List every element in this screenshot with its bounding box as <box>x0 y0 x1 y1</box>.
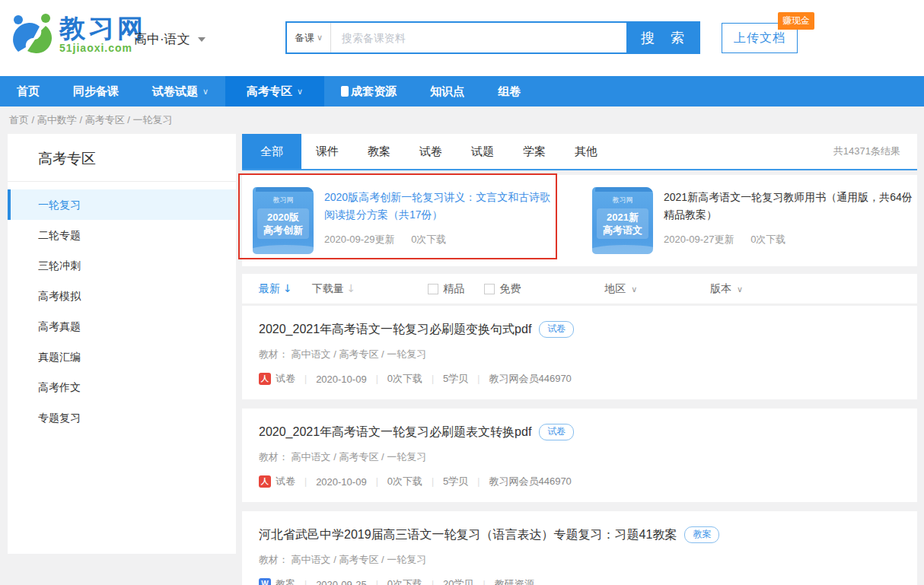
download-count: 0次下载 <box>411 234 446 245</box>
download-count: 0次下载 <box>387 372 422 386</box>
sidebar-item[interactable]: 高考作文 <box>8 372 236 402</box>
free-checkbox[interactable]: 免费 <box>484 282 521 296</box>
sort-downloads-link[interactable]: 下载量 ↓ <box>312 282 356 296</box>
sidebar-item[interactable]: 一轮复习 <box>8 189 236 220</box>
logo-brand-text: 教习网 <box>59 14 146 42</box>
chevron-down-icon: ∨ <box>297 87 303 97</box>
chevron-down-icon: ∨ <box>202 87 209 97</box>
result-item: 2020_2021年高考语文一轮复习必刷题变换句式pdf 试卷 教材： 高中语文… <box>242 306 917 399</box>
type-badge: 教案 <box>684 526 719 543</box>
nav-item[interactable]: 首页 ∨ <box>0 76 56 107</box>
sort-newest-link[interactable]: 最新 ↓ <box>259 282 292 296</box>
uploader[interactable]: 教习网会员446970 <box>489 372 571 386</box>
nav-item-label: 同步备课 <box>73 84 119 99</box>
version-dropdown[interactable]: 版本 ∨ <box>710 282 743 296</box>
search-input[interactable] <box>331 23 626 52</box>
result-item: 2020_2021年高考语文一轮复习必刷题表文转换pdf 试卷 教材： 高中语文… <box>242 409 917 502</box>
result-title[interactable]: 2020_2021年高考语文一轮复习必刷题变换句式pdf <box>259 322 531 338</box>
tab[interactable]: 试卷 <box>405 134 457 169</box>
nav-item[interactable]: 知识点 ∨ <box>413 76 481 107</box>
logo-domain-text: 51jiaoxi.com <box>59 42 146 54</box>
tab[interactable]: 课件 <box>301 134 353 169</box>
result-title[interactable]: 2020_2021年高考语文一轮复习必刷题表文转换pdf <box>259 424 531 440</box>
nav-item-label: 试卷试题 <box>152 84 198 99</box>
nav-item[interactable]: 高考专区 ∨ <box>225 76 324 107</box>
main-nav: 首页 ∨ 同步备课 ∨ 试卷试题 ∨ 高考专区 ∨ 成套资源 ∨ 知识点 ∨ 组… <box>0 76 924 107</box>
upload-date: 2020-10-09 <box>316 374 367 385</box>
sidebar-item[interactable]: 三轮冲刺 <box>8 250 236 281</box>
breadcrumb[interactable]: 首页 / 高中数学 / 高考专区 / 一轮复习 <box>0 107 924 134</box>
cover-brand-text: 教习网 <box>253 196 314 205</box>
search-scope-select[interactable]: 备课 ∨ <box>287 23 331 52</box>
uploader[interactable]: 教习网会员446970 <box>489 475 571 488</box>
search-button[interactable]: 搜 索 <box>626 23 699 52</box>
caret-down-icon <box>198 37 206 42</box>
tab[interactable]: 其他 <box>560 134 612 169</box>
file-type-label: 教案 <box>276 577 295 585</box>
price: 5学贝 <box>443 475 468 488</box>
nav-item[interactable]: 组卷 ∨ <box>481 76 537 107</box>
nav-item[interactable]: 成套资源 ∨ <box>324 76 413 107</box>
nav-item-label: 成套资源 <box>351 84 397 99</box>
download-count: 0次下载 <box>387 577 422 585</box>
checkbox-icon <box>428 284 438 294</box>
cover-brand-text: 教习网 <box>592 196 653 205</box>
chevron-down-icon: ∨ <box>737 285 743 294</box>
result-title[interactable]: 河北省武邑中学2019届高三语文一轮复习（语言表达）专题复习：习题41教案 <box>259 527 677 543</box>
file-type-icon <box>259 578 271 585</box>
featured-title[interactable]: 2020版高考创新一轮复习讲义：文言文和古诗歌阅读提分方案（共17份） <box>324 189 553 224</box>
suite-icon <box>341 86 349 97</box>
download-count: 0次下载 <box>387 475 422 488</box>
sidebar-item[interactable]: 真题汇编 <box>8 342 236 372</box>
sidebar: 高考专区 一轮复习 二轮专题 三轮冲刺 高考模拟 高考真题 真题汇编 高考作文 … <box>8 134 236 554</box>
download-count: 0次下载 <box>750 234 785 245</box>
featured-item[interactable]: 教习网 2021新 高考语文 2021新高考语文一轮复习教师用书（通用版，共64… <box>592 187 917 254</box>
featured-title[interactable]: 2021新高考语文一轮复习教师用书（通用版，共64份精品教案） <box>664 189 917 224</box>
search-bar: 备课 ∨ 搜 索 <box>285 21 700 54</box>
nav-item-label: 高考专区 <box>247 84 292 99</box>
result-count: 共14371条结果 <box>833 145 917 158</box>
nav-item[interactable]: 试卷试题 ∨ <box>135 76 225 107</box>
arrow-down-icon: ↓ <box>347 282 356 294</box>
book-cover: 教习网 2021新 高考语文 <box>592 187 653 254</box>
site-logo[interactable]: 教习网 51jiaoxi.com <box>11 12 146 56</box>
premium-checkbox[interactable]: 精品 <box>428 282 464 296</box>
tab[interactable]: 试题 <box>457 134 508 169</box>
file-type-label: 试卷 <box>276 372 295 386</box>
chevron-down-icon: ∨ <box>317 33 323 43</box>
logo-icon <box>11 12 53 56</box>
result-item: 河北省武邑中学2019届高三语文一轮复习（语言表达）专题复习：习题41教案 教案… <box>242 511 917 585</box>
sidebar-item[interactable]: 高考真题 <box>8 311 236 342</box>
sidebar-item[interactable]: 专题复习 <box>8 402 236 433</box>
material-path: 教材： 高中语文 / 高考专区 / 一轮复习 <box>259 348 917 361</box>
material-path: 教材： 高中语文 / 高考专区 / 一轮复习 <box>259 450 917 464</box>
featured-item[interactable]: 教习网 2020版 高考创新 2020版高考创新一轮复习讲义：文言文和古诗歌阅读… <box>253 187 572 254</box>
tab[interactable]: 学案 <box>508 134 560 169</box>
book-cover: 教习网 2020版 高考创新 <box>253 187 314 254</box>
featured-section: 教习网 2020版 高考创新 2020版高考创新一轮复习讲义：文言文和古诗歌阅读… <box>242 175 917 266</box>
uploader[interactable]: 教研资源 <box>495 577 534 585</box>
file-type-icon <box>259 475 271 488</box>
search-scope-label: 备课 <box>295 31 314 45</box>
earn-cash-badge: 赚现金 <box>778 12 814 30</box>
nav-item-label: 组卷 <box>498 84 521 99</box>
main-content: 全部 课件 教案 试卷 试题 学案 其他 共14371条结果 教习网 2020版… <box>242 134 917 585</box>
chevron-down-icon: ∨ <box>631 285 637 294</box>
category-dropdown[interactable]: 高中·语文 <box>134 30 206 48</box>
checkbox-icon <box>484 284 495 294</box>
header: 教习网 51jiaoxi.com 高中·语文 备课 ∨ 搜 索 上传文档 赚现金 <box>0 0 924 76</box>
price: 5学贝 <box>443 372 468 386</box>
sidebar-item[interactable]: 二轮专题 <box>8 220 236 250</box>
type-badge: 试卷 <box>539 321 574 338</box>
region-dropdown[interactable]: 地区 ∨ <box>604 282 637 296</box>
file-type-icon <box>259 373 271 385</box>
arrow-down-icon: ↓ <box>283 282 292 294</box>
nav-item[interactable]: 同步备课 ∨ <box>56 76 135 107</box>
tab[interactable]: 教案 <box>353 134 405 169</box>
tab[interactable]: 全部 <box>242 134 301 169</box>
upload-date: 2020-09-25 <box>316 579 367 585</box>
upload-date: 2020-10-09 <box>316 476 367 488</box>
file-type-label: 试卷 <box>276 475 295 488</box>
sidebar-item[interactable]: 高考模拟 <box>8 281 236 311</box>
results-list: 2020_2021年高考语文一轮复习必刷题变换句式pdf 试卷 教材： 高中语文… <box>242 306 917 585</box>
